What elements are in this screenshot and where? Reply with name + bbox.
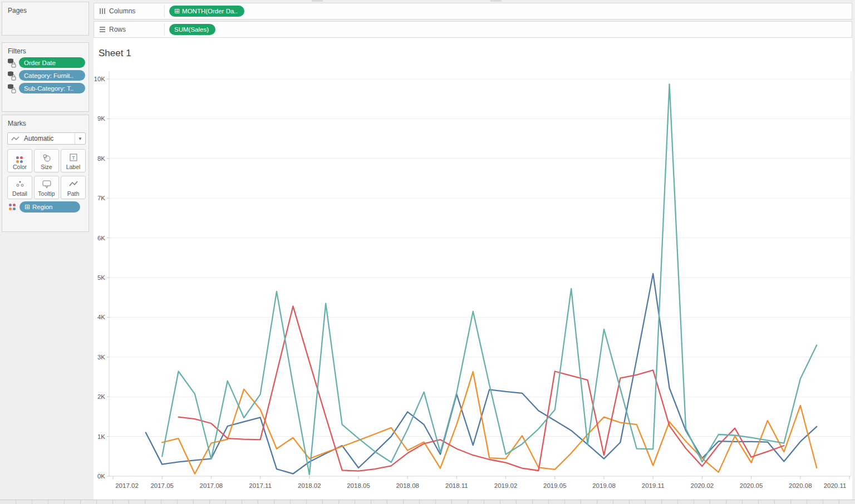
label-button[interactable]: T Label — [61, 149, 86, 172]
datasource-lock-icon — [7, 71, 18, 81]
filter-item[interactable]: Order Date — [7, 57, 89, 68]
y-tick-label: 8K — [97, 155, 105, 162]
series-line-region-blue[interactable] — [146, 274, 817, 474]
sheet-title: Sheet 1 — [99, 48, 131, 59]
y-tick-label: 3K — [97, 354, 105, 360]
x-tick-label: 2018.08 — [396, 482, 419, 489]
worksheet-pane[interactable]: Sheet 1 0K1K2K3K4K5K6K7K8K9K10K2017.0220… — [94, 38, 852, 500]
mark-type-dropdown[interactable]: Automatic ▼ — [7, 132, 86, 145]
x-tick-label: 2018.11 — [445, 482, 468, 489]
x-tick-label: 2018.02 — [298, 482, 321, 489]
line-chart[interactable]: 0K1K2K3K4K5K6K7K8K9K10K2017.022017.05201… — [94, 38, 852, 500]
tooltip-button[interactable]: Tooltip — [34, 176, 59, 199]
y-tick-label: 0K — [97, 473, 105, 480]
x-tick-label: 2020.08 — [789, 482, 812, 489]
color-dots-icon — [9, 204, 16, 211]
color-button[interactable]: Color — [7, 149, 32, 172]
tooltip-bubble-icon — [41, 179, 52, 189]
columns-icon — [100, 8, 105, 14]
mark-type-value: Automatic — [21, 135, 75, 142]
y-tick-label: 1K — [97, 433, 105, 440]
chevron-down-icon[interactable]: ▼ — [75, 133, 85, 144]
x-tick-label: 2018.05 — [347, 482, 370, 489]
columns-shelf[interactable]: Columns ⊞ MONTH(Order Da.. — [94, 3, 852, 19]
y-tick-label: 5K — [97, 274, 105, 281]
filter-pill-order-date[interactable]: Order Date — [19, 57, 85, 68]
marks-title: Marks — [2, 115, 89, 127]
expand-icon[interactable]: ⊞ — [24, 204, 30, 210]
text-label-icon: T — [68, 152, 78, 162]
svg-text:T: T — [72, 155, 75, 161]
expand-icon[interactable]: ⊞ — [174, 8, 180, 14]
y-tick-label: 9K — [97, 115, 105, 122]
pages-title: Pages — [2, 2, 89, 14]
columns-shelf-label: Columns — [109, 7, 135, 15]
path-button[interactable]: Path — [61, 176, 86, 199]
x-tick-label: 2017.08 — [200, 482, 223, 489]
x-tick-label: 2020.02 — [691, 482, 714, 489]
marks-card: Marks Automatic ▼ Color Size T Label Det… — [2, 115, 89, 232]
region-pill[interactable]: ⊞ Region — [19, 201, 80, 213]
pill-month-order-date[interactable]: ⊞ MONTH(Order Da.. — [169, 6, 244, 17]
rows-shelf-label: Rows — [109, 26, 126, 33]
datasource-lock-icon — [7, 83, 18, 93]
y-tick-label: 6K — [97, 235, 105, 241]
pill-sum-sales[interactable]: SUM(Sales) — [169, 24, 215, 35]
y-tick-label: 2K — [97, 393, 105, 400]
pages-shelf[interactable]: Pages — [2, 2, 89, 36]
x-tick-label: 2019.11 — [642, 482, 665, 489]
x-tick-label: 2017.05 — [150, 482, 174, 489]
filter-item[interactable]: Sub-Category: T.. — [7, 83, 89, 93]
filter-item[interactable]: Category: Furnit.. — [7, 70, 89, 81]
filters-shelf[interactable]: Filters Order Date Category: Furnit.. Su… — [2, 42, 89, 112]
filter-pill-category[interactable]: Category: Furnit.. — [19, 70, 85, 81]
x-tick-label: 2017.02 — [115, 482, 139, 489]
size-circles-icon — [41, 152, 52, 162]
detail-button[interactable]: Detail — [7, 176, 32, 199]
y-tick-label: 4K — [97, 314, 105, 320]
x-tick-label: 2019.02 — [494, 482, 518, 489]
x-tick-label: 2019.08 — [592, 482, 616, 489]
x-tick-label: 2020.05 — [740, 482, 763, 489]
filter-pill-sub-category[interactable]: Sub-Category: T.. — [19, 83, 85, 93]
top-edge-notch — [490, 0, 502, 2]
rows-icon — [100, 27, 105, 32]
color-encoding-row[interactable]: ⊞ Region — [9, 201, 80, 213]
rows-shelf[interactable]: Rows SUM(Sales) — [94, 21, 852, 38]
line-mark-icon — [11, 135, 21, 142]
x-tick-label: 2017.11 — [249, 482, 272, 489]
datasource-lock-icon — [7, 58, 18, 68]
y-tick-label: 10K — [94, 76, 106, 82]
detail-dots-icon — [14, 179, 26, 189]
filters-title: Filters — [2, 43, 89, 55]
y-tick-label: 7K — [97, 195, 105, 201]
path-line-icon — [68, 179, 79, 189]
top-edge-notch — [312, 0, 323, 2]
series-line-region-teal[interactable] — [162, 84, 817, 475]
bottom-scroll-strip[interactable] — [0, 500, 855, 504]
x-tick-label: 2019.05 — [543, 482, 567, 489]
color-dots-icon — [16, 156, 23, 164]
size-button[interactable]: Size — [34, 149, 59, 172]
x-tick-label: 2020.11 — [824, 482, 847, 489]
